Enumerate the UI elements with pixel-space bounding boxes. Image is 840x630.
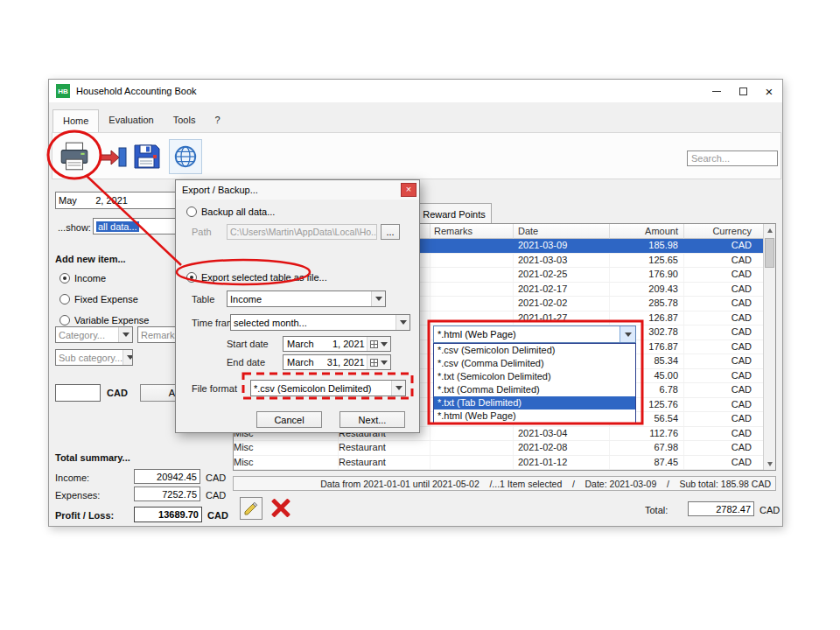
dropdown-option[interactable]: *.txt (Comma Delimited)	[434, 383, 635, 396]
print-button[interactable]	[58, 139, 91, 174]
cell-amount: 126.87	[610, 312, 684, 326]
radio-variable-expense[interactable]: Variable Expense	[60, 314, 149, 326]
column-header-date[interactable]: Date	[514, 224, 610, 239]
toolbar	[52, 132, 781, 179]
dropdown-option[interactable]: *.csv (Semicolon Delimited)	[434, 344, 635, 357]
tab-evaluation[interactable]: Evaluation	[99, 109, 163, 132]
dropdown-option[interactable]: *.csv (Comma Delimited)	[434, 357, 635, 370]
file-format-combobox[interactable]: *.html (Web Page)	[433, 326, 636, 343]
radio-variable-expense-label: Variable Expense	[74, 315, 149, 326]
radio-income-label: Income	[74, 273, 106, 284]
column-header-amount[interactable]: Amount	[610, 224, 684, 239]
radio-fixed-expense[interactable]: Fixed Expense	[60, 293, 138, 305]
cell-date: 2021-03-03	[514, 254, 610, 268]
chevron-down-icon	[371, 291, 385, 306]
scrollbar-thumb[interactable]	[765, 238, 774, 268]
calendar-dropdown-button[interactable]	[367, 337, 390, 351]
file-format-select[interactable]: *.csv (Semicolon Delimited)	[250, 380, 406, 396]
chevron-down-icon	[396, 315, 410, 330]
delete-button[interactable]	[268, 495, 294, 522]
expenses-total-value: 7252.75	[134, 486, 200, 501]
edit-button[interactable]	[240, 497, 262, 520]
category-select[interactable]: Category...	[55, 326, 133, 343]
cell-remarks	[430, 297, 514, 311]
cell-currency: CAD	[684, 326, 765, 340]
vertical-scrollbar[interactable]	[763, 224, 775, 470]
save-button[interactable]	[130, 139, 163, 174]
close-button[interactable]: ×	[756, 80, 782, 102]
table-select[interactable]: Income	[227, 290, 386, 307]
cell-amount: 67.98	[610, 441, 684, 455]
income-total-value: 20942.45	[134, 469, 200, 484]
export-backup-icon	[97, 141, 129, 172]
cell-remarks	[430, 239, 514, 253]
tab-home[interactable]: Home	[52, 109, 99, 132]
main-date-picker[interactable]: May 2, 2021	[55, 192, 178, 209]
radio-dot-icon	[60, 315, 70, 326]
table-row[interactable]: Misc Restaurant 2021-02-08 67.98 CAD	[234, 441, 765, 456]
cell-date: 2021-02-08	[514, 441, 610, 455]
file-format-display-value: *.html (Web Page)	[438, 329, 516, 340]
tab-help[interactable]: ?	[205, 109, 229, 132]
amount-input[interactable]	[55, 384, 101, 402]
dialog-titlebar: Export / Backup...	[176, 180, 419, 200]
radio-backup-all-data[interactable]: Backup all data...	[186, 206, 275, 218]
chevron-down-icon[interactable]	[620, 326, 635, 342]
cell-remarks	[430, 441, 514, 455]
tab-tools[interactable]: Tools	[164, 109, 206, 132]
column-header-remarks[interactable]: Remarks	[430, 224, 514, 239]
search-input[interactable]	[687, 150, 778, 166]
cell-date: 2021-02-17	[514, 283, 610, 297]
cell-amount: 125.65	[610, 254, 684, 268]
chevron-down-icon	[122, 350, 133, 365]
dropdown-option[interactable]: *.html (Web Page)	[434, 410, 635, 423]
cell-amount: 185.98	[610, 239, 684, 253]
table-tab-reward-points[interactable]: Reward Points	[416, 203, 492, 224]
table-select-value: Income	[230, 294, 262, 304]
export-backup-dialog: Export / Backup... × Backup all data... …	[175, 179, 420, 433]
end-date-picker[interactable]: March 31, 2021	[283, 354, 391, 370]
radio-export-selected-table[interactable]: Export selected table as file...	[186, 271, 327, 284]
income-currency: CAD	[206, 472, 226, 483]
dialog-close-button[interactable]: ×	[401, 183, 416, 197]
table-row[interactable]: Misc Restaurant 2021-01-12 87.45 CAD	[234, 456, 765, 471]
export-backup-button[interactable]	[96, 139, 130, 174]
cell-remarks	[430, 254, 514, 268]
column-header-currency[interactable]: Currency	[684, 224, 765, 239]
currency-label: CAD	[107, 388, 128, 398]
main-date-value: May 2, 2021	[59, 195, 128, 206]
cell-amount: 87.45	[610, 456, 684, 470]
cancel-button-label: Cancel	[274, 415, 304, 425]
save-icon	[130, 141, 162, 172]
printer-icon	[58, 140, 91, 173]
web-button[interactable]	[169, 139, 202, 174]
maximize-icon	[739, 88, 747, 95]
cancel-button[interactable]: Cancel	[256, 411, 322, 428]
timeframe-select[interactable]: selected month...	[230, 314, 410, 331]
calendar-dropdown-button[interactable]	[367, 355, 390, 369]
scroll-down-button[interactable]	[764, 458, 775, 470]
browse-button[interactable]: ...	[381, 224, 400, 240]
start-date-picker[interactable]: March 1, 2021	[283, 336, 391, 352]
cell-date: 2021-01-12	[514, 456, 610, 470]
maximize-button[interactable]	[730, 80, 756, 102]
scroll-up-button[interactable]	[764, 224, 775, 236]
end-date-label: End date	[227, 357, 265, 368]
table-label: Table	[192, 294, 214, 304]
file-format-label: File format	[192, 383, 237, 394]
path-label: Path	[192, 227, 212, 237]
cell-currency: CAD	[684, 369, 765, 383]
radio-income[interactable]: Income	[60, 272, 106, 284]
radio-dot-icon	[60, 273, 70, 284]
minimize-button[interactable]	[704, 80, 730, 102]
subcategory-select[interactable]: Sub category...	[55, 349, 133, 366]
profit-loss-label: Profit / Loss:	[55, 510, 114, 521]
cell-remarks	[430, 283, 514, 297]
window-controls: ×	[704, 80, 782, 102]
dropdown-option[interactable]: *.txt (Semicolon Delimited)	[434, 370, 635, 383]
calendar-icon	[370, 359, 378, 367]
pencil-icon	[242, 500, 260, 517]
next-button[interactable]: Next...	[340, 411, 405, 428]
table-tab-label: Reward Points	[423, 209, 486, 220]
dropdown-option[interactable]: *.txt (Tab Delimited)	[434, 396, 635, 410]
